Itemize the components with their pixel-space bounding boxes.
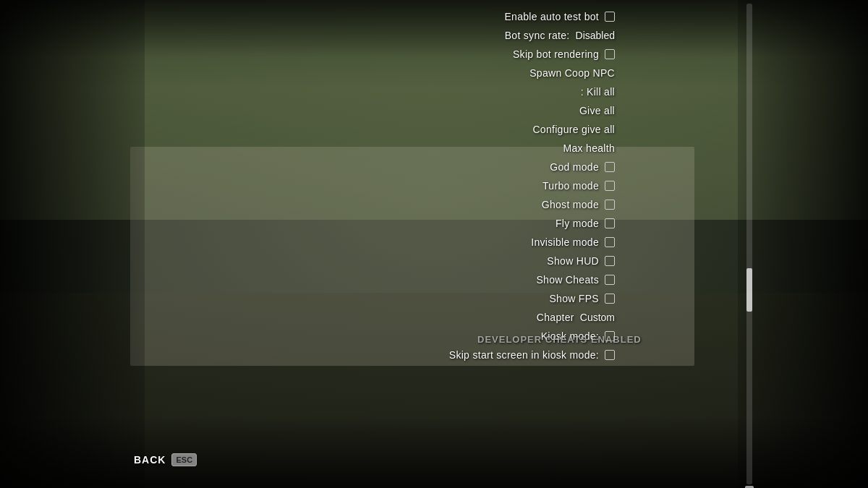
menu-item-label: Bot sync rate: [505, 30, 570, 41]
list-item[interactable]: Turbo mode [253, 176, 615, 195]
back-key: ESC [171, 453, 197, 466]
list-item[interactable]: Configure give all [253, 120, 615, 139]
menu-container: Enable auto test bot Bot sync rate: Disa… [253, 0, 615, 372]
scrollbar-thumb[interactable] [746, 268, 752, 312]
menu-item-label: Max health [563, 142, 615, 154]
checkbox-icon[interactable] [605, 49, 615, 59]
dev-cheats-label: DEVELOPER CHEATS ENABLED [477, 334, 642, 345]
list-item[interactable]: Fly mode [253, 214, 615, 233]
checkbox-icon[interactable] [605, 218, 615, 228]
checkbox-icon[interactable] [605, 294, 615, 304]
menu-item-label: Spawn Coop NPC [529, 67, 615, 79]
menu-item-label: Skip start screen in kiosk mode: [449, 349, 599, 361]
menu-item-label: Turbo mode [542, 180, 599, 192]
list-item[interactable]: Enable auto test bot [253, 7, 615, 26]
back-button[interactable]: BACK ESC [134, 453, 197, 466]
checkbox-icon[interactable] [605, 237, 615, 247]
checkbox-icon[interactable] [605, 200, 615, 210]
list-item[interactable]: Invisible mode [253, 233, 615, 252]
list-item[interactable]: Spawn Coop NPC [253, 64, 615, 82]
menu-item-label: : Kill all [581, 86, 615, 98]
list-item[interactable]: Chapter Custom [253, 308, 615, 327]
menu-item-label: Configure give all [532, 124, 615, 135]
list-item[interactable]: God mode [253, 158, 615, 176]
vignette-right [738, 0, 868, 488]
vignette-left [0, 0, 145, 488]
menu-item-value: Disabled [576, 30, 615, 41]
menu-item-label: Fly mode [556, 218, 599, 229]
list-item[interactable]: : Kill all [253, 82, 615, 101]
menu-item-label: Show FPS [549, 293, 599, 304]
menu-item-label: Skip bot rendering [513, 48, 599, 60]
list-item[interactable]: Give all [253, 101, 615, 120]
menu-item-label: Give all [579, 105, 615, 116]
checkbox-icon[interactable] [605, 181, 615, 191]
list-item[interactable]: Show Cheats [253, 270, 615, 289]
checkbox-icon[interactable] [605, 275, 615, 285]
menu-item-label: Show HUD [547, 255, 599, 267]
list-item[interactable]: Max health [253, 139, 615, 158]
list-item[interactable]: Show FPS [253, 289, 615, 308]
menu-item-label: Ghost mode [542, 199, 599, 210]
scrollbar-track[interactable] [746, 4, 752, 484]
list-item[interactable]: Skip bot rendering [253, 45, 615, 64]
menu-item-label: God mode [550, 161, 599, 173]
menu-item-label: Show Cheats [536, 274, 599, 286]
menu-item-label: Chapter [537, 312, 574, 323]
menu-item-value: Custom [580, 312, 615, 323]
checkbox-icon[interactable] [605, 350, 615, 360]
checkbox-icon[interactable] [605, 162, 615, 172]
list-item[interactable]: Skip start screen in kiosk mode: [253, 346, 615, 364]
menu-item-label: Invisible mode [531, 236, 599, 248]
vignette-bottom [0, 416, 868, 488]
checkbox-icon[interactable] [605, 12, 615, 22]
list-item[interactable]: Bot sync rate: Disabled [253, 26, 615, 45]
checkbox-icon[interactable] [605, 256, 615, 266]
menu-item-label: Enable auto test bot [504, 11, 599, 22]
back-label: BACK [134, 454, 166, 466]
list-item[interactable]: Show HUD [253, 252, 615, 270]
list-item[interactable]: Ghost mode [253, 195, 615, 214]
